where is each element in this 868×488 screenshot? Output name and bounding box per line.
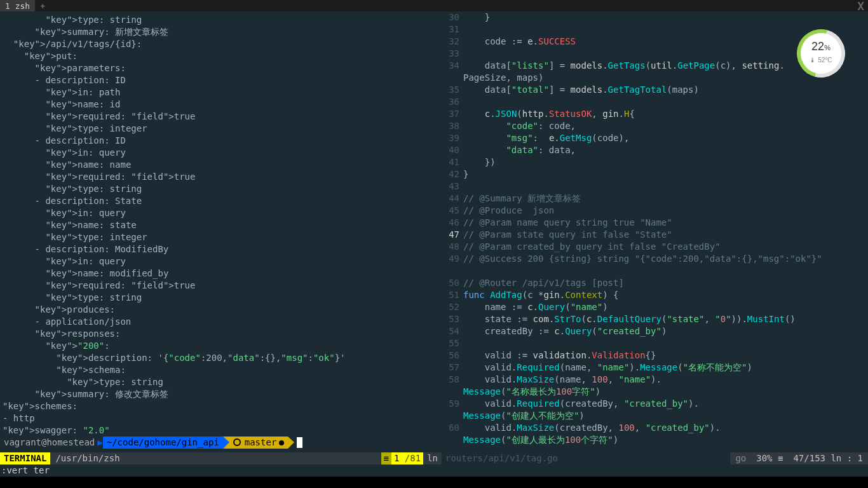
cpu-percent: 22% xyxy=(811,41,831,54)
mode-indicator: TERMINAL xyxy=(0,452,50,464)
status-bar: TERMINAL /usr/bin/zsh ≡ 1 /81 ln routers… xyxy=(0,452,868,464)
command-line[interactable]: :vert ter xyxy=(0,464,868,477)
cpu-widget[interactable]: 22% 🌡 52°C xyxy=(799,32,843,75)
status-rowcol: 47/153 ln : 1 xyxy=(788,452,868,464)
status-path: /usr/bin/zsh xyxy=(50,452,381,464)
shell-prompt[interactable]: vagrant@homestead ▶ ~/code/gohome/gin_ap… xyxy=(3,437,442,449)
yaml-content: "key">type: string "key">summary: 新增文章标签… xyxy=(3,14,442,437)
status-left: TERMINAL /usr/bin/zsh ≡ 1 /81 ln xyxy=(0,452,442,464)
close-icon[interactable]: X xyxy=(857,0,864,12)
status-hamburger: ≡ xyxy=(381,452,391,464)
prompt-cwd: ~/code/gohome/gin_api xyxy=(103,437,223,449)
status-line: 1 /81 xyxy=(391,452,423,464)
right-pane-editor[interactable]: 30 31 32 33 34 35 36 37 38 39 40 41 42 4… xyxy=(442,11,868,452)
tab-bar: 1 zsh + X xyxy=(0,0,868,11)
status-filename: routers/api/v1/tag.go xyxy=(442,452,730,464)
status-right: routers/api/v1/tag.go go 30% ≡ 47/153 ln… xyxy=(442,452,868,464)
tab-add[interactable]: + xyxy=(35,0,50,11)
prompt-git: master xyxy=(229,437,288,449)
status-percent: 30% ≡ xyxy=(751,452,788,464)
go-code: } code := e.SUCCESS data["lists"] = mode… xyxy=(463,11,868,452)
tab-zsh[interactable]: 1 zsh xyxy=(0,0,35,11)
left-pane-terminal[interactable]: "key">type: string "key">summary: 新增文章标签… xyxy=(0,11,442,452)
editor-split: "key">type: string "key">summary: 新增文章标签… xyxy=(0,11,868,452)
status-ln-label: ln xyxy=(423,452,442,464)
prompt-userhost: vagrant@homestead xyxy=(3,437,97,449)
cursor xyxy=(297,437,302,448)
status-filetype: go xyxy=(730,452,751,464)
cpu-temp: 🌡 52°C xyxy=(810,54,832,66)
line-gutter: 30 31 32 33 34 35 36 37 38 39 40 41 42 4… xyxy=(442,11,463,452)
